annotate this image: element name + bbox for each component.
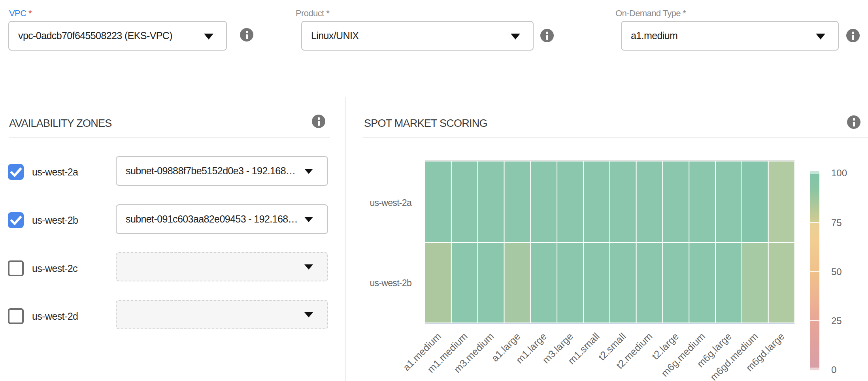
svg-text:50: 50 xyxy=(831,266,842,277)
svg-text:0: 0 xyxy=(831,364,836,375)
svg-text:100: 100 xyxy=(831,168,847,178)
svg-text:25: 25 xyxy=(831,315,842,326)
svg-text:75: 75 xyxy=(831,217,842,228)
svg-text:us-west-2a: us-west-2a xyxy=(370,198,412,208)
svg-text:us-west-2b: us-west-2b xyxy=(370,278,412,288)
